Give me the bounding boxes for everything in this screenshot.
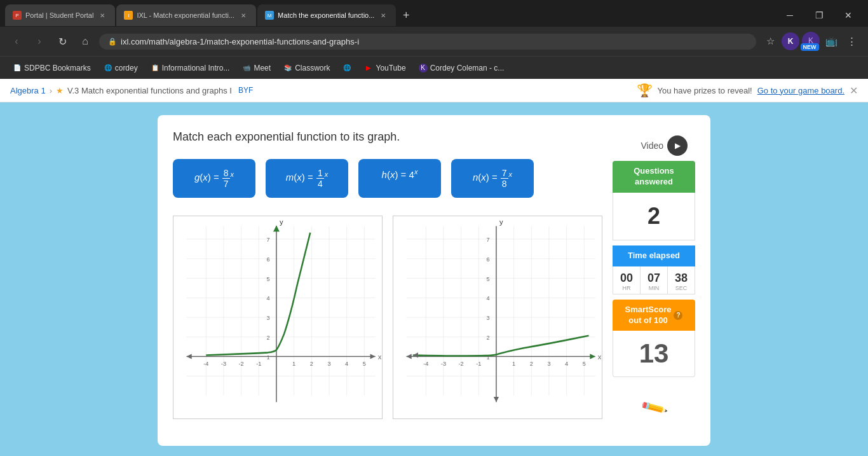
left-content: Match each exponential function to its g… xyxy=(173,130,602,419)
url-text: ixl.com/math/algebra-1/match-exponential… xyxy=(121,37,359,46)
close-window-button[interactable]: ✕ xyxy=(834,4,863,26)
bookmark-youtube-label: YouTube xyxy=(376,64,405,73)
svg-text:5: 5 xyxy=(363,361,366,367)
notification-bar: Algebra 1 › ★ V.3 Match exponential func… xyxy=(0,79,868,102)
maximize-button[interactable]: ❐ xyxy=(804,4,834,26)
cast-button[interactable]: 📺 xyxy=(822,32,840,50)
breadcrumb: Algebra 1 › ★ V.3 Match exponential func… xyxy=(10,86,253,95)
svg-text:5: 5 xyxy=(267,276,270,282)
refresh-button[interactable]: ↻ xyxy=(53,32,71,50)
bookmark-globe[interactable]: 🌐 xyxy=(337,62,356,74)
bookmark-info-label: Informational Intro... xyxy=(162,64,230,73)
bookmark-classwork[interactable]: 📚 Classwork xyxy=(278,62,335,74)
svg-text:4: 4 xyxy=(267,295,270,301)
svg-text:2: 2 xyxy=(310,361,313,367)
tab-title-portal: Portal | Student Portal xyxy=(25,11,93,19)
menu-button[interactable]: ⋮ xyxy=(843,32,860,50)
bookmark-youtube-icon: ▶ xyxy=(364,64,373,73)
function-card-n[interactable]: n(x) = 78x xyxy=(451,159,534,198)
svg-text:3: 3 xyxy=(487,315,490,321)
byf-label: BYF xyxy=(238,86,253,95)
forward-button[interactable]: › xyxy=(31,32,48,50)
smart-score-sublabel: out of 100 xyxy=(628,315,667,325)
tab-close-active[interactable]: ✕ xyxy=(378,10,388,20)
svg-marker-82 xyxy=(413,352,418,357)
question-text: Match each exponential function to its g… xyxy=(173,130,602,144)
frac-m: 14 xyxy=(316,168,324,189)
extension-area: K NEW xyxy=(802,32,820,51)
tab-close-portal[interactable]: ✕ xyxy=(97,10,107,20)
graph-2[interactable]: x y 1 2 3 4 5 6 7 -1 -2 xyxy=(393,216,602,419)
svg-marker-20 xyxy=(370,354,376,359)
bookmarks-bar: 📄 SDPBC Bookmarks 🌐 cordey 📋 Information… xyxy=(0,56,868,79)
breadcrumb-star-icon[interactable]: ★ xyxy=(56,86,64,95)
new-tab-button[interactable]: + xyxy=(397,6,415,24)
function-card-g[interactable]: g(x) = 87x xyxy=(173,159,255,198)
svg-text:4: 4 xyxy=(345,361,348,367)
function-math-g: g(x) = 87x xyxy=(194,168,234,189)
pencil-icon[interactable]: ✏️ xyxy=(639,394,669,423)
svg-text:-4: -4 xyxy=(423,361,428,367)
address-bar: ‹ › ↻ ⌂ 🔒 ixl.com/math/algebra-1/match-e… xyxy=(0,27,868,56)
url-bar[interactable]: 🔒 ixl.com/math/algebra-1/match-exponenti… xyxy=(99,34,756,50)
tab-favicon-portal: P xyxy=(13,11,22,20)
tab-bar: P Portal | Student Portal ✕ I IXL - Matc… xyxy=(0,0,868,27)
smart-score-label: SmartScore out of 100 xyxy=(625,305,672,326)
svg-marker-62 xyxy=(407,354,412,359)
video-button[interactable]: Video ▶ xyxy=(613,130,695,161)
main-area: Match each exponential function to its g… xyxy=(0,102,868,456)
bookmark-cordey[interactable]: 🌐 cordey xyxy=(98,62,143,74)
time-elapsed-label: Time elapsed xyxy=(628,251,680,260)
tab-close-ixl[interactable]: ✕ xyxy=(238,10,248,20)
svg-text:-4: -4 xyxy=(203,361,208,367)
minimize-button[interactable]: ─ xyxy=(775,4,804,26)
bookmark-cordey-icon: 🌐 xyxy=(104,64,112,73)
tab-match-active[interactable]: M Match the exponential functio... ✕ xyxy=(257,4,396,26)
breadcrumb-algebra-link[interactable]: Algebra 1 xyxy=(10,86,46,95)
tab-favicon-active: M xyxy=(265,11,274,20)
svg-text:-3: -3 xyxy=(441,361,446,367)
bookmark-meet[interactable]: 📹 Meet xyxy=(237,62,276,74)
home-button[interactable]: ⌂ xyxy=(76,32,94,50)
bookmark-cordey-coleman[interactable]: K Cordey Coleman - c... xyxy=(414,62,510,74)
prize-close-button[interactable]: ✕ xyxy=(850,85,858,97)
prize-link[interactable]: Go to your game board. xyxy=(757,86,844,95)
svg-text:2: 2 xyxy=(267,335,270,341)
bookmark-informational[interactable]: 📋 Informational Intro... xyxy=(146,62,235,74)
svg-text:2: 2 xyxy=(530,361,533,367)
bookmark-star[interactable]: ☆ xyxy=(761,32,779,50)
smart-score-label-text: SmartScore xyxy=(625,305,672,314)
svg-text:6: 6 xyxy=(267,256,270,263)
tab-title-active: Match the exponential functio... xyxy=(278,11,374,19)
back-button[interactable]: ‹ xyxy=(8,32,25,50)
breadcrumb-separator: › xyxy=(50,86,52,95)
smart-score-help-button[interactable]: ? xyxy=(674,311,682,320)
profile-button[interactable]: K xyxy=(782,32,799,50)
function-math-m: m(x) = 14x xyxy=(286,168,328,189)
bookmark-youtube[interactable]: ▶ YouTube xyxy=(359,62,410,74)
graph-1-svg: x y 1 2 3 4 5 6 7 -1 -2 xyxy=(173,216,382,418)
svg-text:3: 3 xyxy=(547,361,550,367)
tab-ixl[interactable]: I IXL - Match exponential functi... ✕ xyxy=(116,4,256,26)
right-panel: Video ▶ Questions answered 2 Time elapse… xyxy=(613,130,695,418)
function-card-m[interactable]: m(x) = 14x xyxy=(266,159,348,198)
tab-portal[interactable]: P Portal | Student Portal ✕ xyxy=(5,4,115,26)
graph-1[interactable]: x y 1 2 3 4 5 6 7 -1 -2 xyxy=(173,216,383,419)
prize-text: You have prizes to reveal! xyxy=(658,86,752,95)
content-panel: Match each exponential function to its g… xyxy=(158,115,710,446)
frac-n: 78 xyxy=(501,168,508,189)
function-math-h: h(x) = 4x xyxy=(382,168,418,180)
bookmark-sdpbc[interactable]: 📄 SDPBC Bookmarks xyxy=(8,62,96,74)
breadcrumb-lesson: V.3 Match exponential functions and grap… xyxy=(67,86,232,95)
pencil-area: ✏️ xyxy=(613,387,695,418)
svg-text:4: 4 xyxy=(487,295,490,301)
function-card-h[interactable]: h(x) = 4x xyxy=(358,159,441,198)
video-label: Video xyxy=(641,141,663,151)
main-content-row: Match each exponential function to its g… xyxy=(173,130,695,419)
svg-text:-2: -2 xyxy=(238,361,243,367)
svg-text:4: 4 xyxy=(565,361,568,367)
function-cards: g(x) = 87x m(x) = 14x h(x) = 4x xyxy=(173,159,602,198)
prize-notice: 🏆 You have prizes to reveal! Go to your … xyxy=(637,83,858,98)
svg-text:7: 7 xyxy=(267,237,270,243)
graph-2-svg: x y 1 2 3 4 5 6 7 -1 -2 xyxy=(393,216,602,418)
